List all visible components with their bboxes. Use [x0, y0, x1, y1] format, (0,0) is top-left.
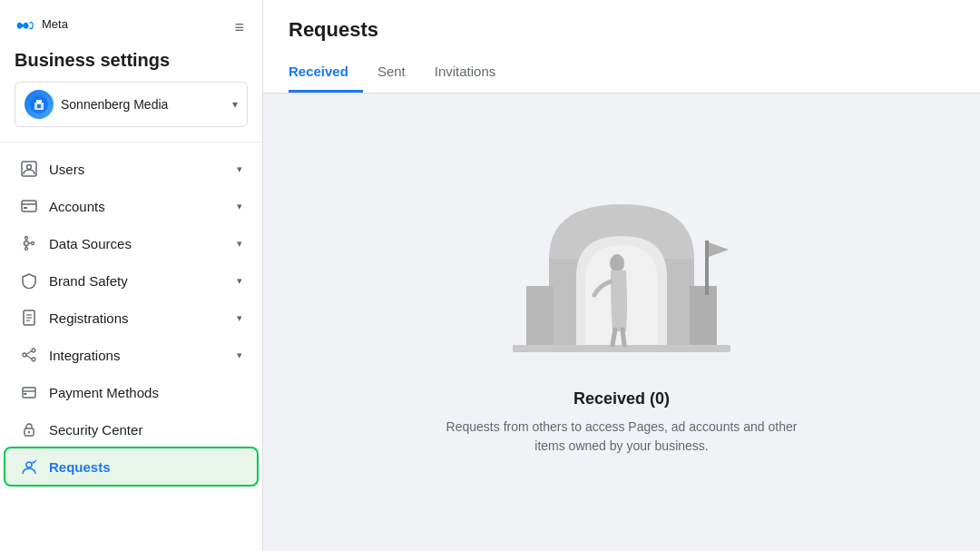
sidebar-item-registrations-label: Registrations [49, 310, 226, 326]
sidebar-item-registrations[interactable]: Registrations ▾ [5, 300, 257, 336]
sidebar-item-data-sources[interactable]: Data Sources ▾ [5, 225, 257, 261]
svg-line-21 [26, 356, 32, 359]
data-sources-icon [20, 234, 38, 252]
security-center-icon [20, 420, 38, 438]
svg-point-18 [32, 349, 35, 352]
sidebar-item-security-center[interactable]: Security Center [5, 411, 257, 448]
chevron-icon: ▾ [237, 238, 242, 250]
content-area: Received (0) Requests from others to acc… [263, 93, 980, 529]
sidebar-item-brand-safety[interactable]: Brand Safety ▾ [5, 262, 257, 299]
chevron-icon: ▾ [237, 349, 242, 361]
hamburger-button[interactable]: ≡ [230, 15, 248, 41]
payment-methods-icon [20, 383, 38, 401]
chevron-icon: ▾ [237, 201, 242, 212]
svg-point-32 [610, 254, 624, 272]
sidebar-item-accounts-label: Accounts [49, 199, 226, 214]
svg-line-20 [26, 351, 32, 355]
svg-point-6 [24, 241, 29, 246]
svg-rect-27 [513, 345, 730, 352]
sidebar-item-accounts[interactable]: Accounts ▾ [5, 188, 257, 224]
svg-rect-31 [705, 241, 709, 295]
requests-icon [20, 458, 38, 476]
svg-point-3 [27, 165, 32, 170]
business-selector[interactable]: Sonnenberg Media ▾ [15, 82, 248, 127]
sidebar-item-users[interactable]: Users ▾ [5, 151, 257, 187]
accounts-icon [20, 197, 38, 215]
business-icon [30, 95, 48, 113]
sidebar-item-users-label: Users [49, 162, 226, 177]
chevron-icon: ▾ [237, 163, 242, 175]
nav-section: Users ▾ Accounts ▾ [0, 143, 262, 493]
sidebar-item-requests-label: Requests [49, 459, 242, 475]
svg-point-25 [28, 431, 30, 433]
svg-rect-23 [24, 393, 27, 395]
svg-point-8 [25, 248, 28, 251]
empty-state-illustration [476, 168, 767, 368]
svg-point-17 [23, 353, 26, 357]
meta-logo: Meta [15, 17, 68, 31]
tab-received[interactable]: Received [289, 56, 363, 93]
logo-text: Meta [42, 17, 68, 31]
sidebar-item-data-sources-label: Data Sources [49, 236, 226, 251]
empty-state-description: Requests from others to access Pages, ad… [440, 418, 803, 456]
empty-state-title: Received (0) [573, 389, 670, 408]
svg-rect-30 [690, 286, 717, 345]
svg-rect-1 [37, 104, 41, 108]
svg-point-19 [32, 358, 35, 361]
sidebar-item-security-center-label: Security Center [49, 422, 242, 438]
svg-point-9 [32, 242, 34, 245]
integrations-icon [20, 346, 38, 364]
svg-rect-4 [22, 201, 36, 212]
sidebar: Meta ≡ Business settings Sonnenberg Medi… [0, 0, 263, 551]
users-icon [20, 160, 38, 178]
chevron-icon: ▾ [237, 275, 242, 287]
sidebar-item-payment-methods[interactable]: Payment Methods [5, 374, 257, 410]
sidebar-title: Business settings [15, 50, 248, 71]
sidebar-item-integrations-label: Integrations [49, 348, 226, 363]
sidebar-header: Meta ≡ Business settings Sonnenberg Medi… [0, 0, 262, 143]
registrations-icon [20, 309, 38, 327]
page-header: Requests Received Sent Invitations [263, 0, 980, 93]
sidebar-item-brand-safety-label: Brand Safety [49, 273, 226, 289]
svg-point-26 [26, 462, 32, 467]
page-title: Requests [289, 18, 955, 42]
chevron-down-icon: ▾ [232, 98, 238, 111]
tabs: Received Sent Invitations [289, 56, 955, 93]
tab-sent[interactable]: Sent [363, 56, 420, 93]
avatar [24, 90, 54, 119]
svg-point-7 [25, 237, 28, 240]
sidebar-item-integrations[interactable]: Integrations ▾ [5, 337, 257, 373]
sidebar-item-requests[interactable]: Requests [5, 448, 257, 485]
main-content: Requests Received Sent Invitations [263, 0, 980, 551]
chevron-icon: ▾ [237, 312, 242, 324]
tab-invitations[interactable]: Invitations [420, 56, 511, 93]
meta-logo-icon [15, 18, 36, 31]
brand-safety-icon [20, 271, 38, 290]
business-name: Sonnenberg Media [61, 97, 225, 112]
svg-rect-5 [24, 207, 27, 209]
sidebar-item-payment-methods-label: Payment Methods [49, 385, 242, 400]
svg-rect-29 [526, 286, 554, 345]
